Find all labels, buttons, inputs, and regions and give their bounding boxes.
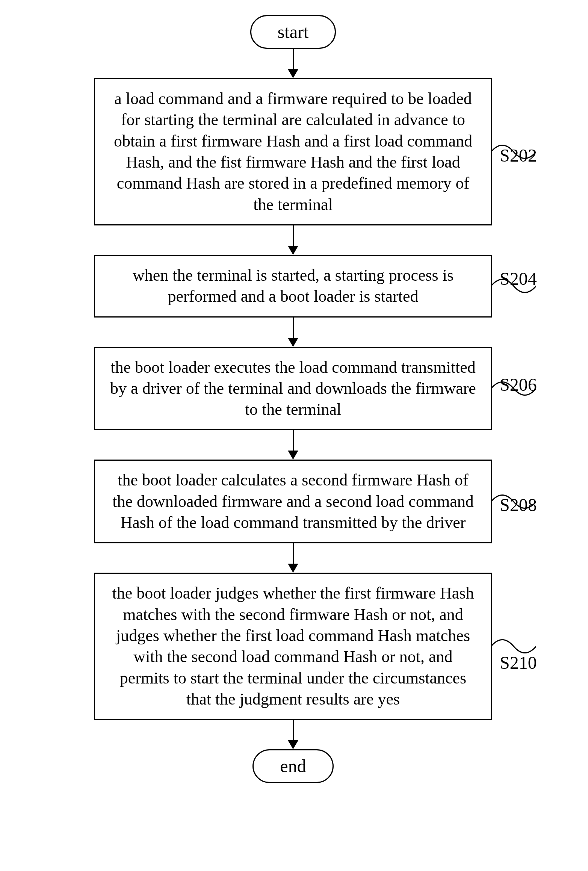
flowchart-container: start a load command and a firmware requ… [49, 15, 537, 783]
start-terminator: start [250, 15, 336, 49]
step-s210: the boot loader judges whether the first… [94, 573, 492, 720]
step-id-s204: S204 [500, 270, 537, 288]
arrow [288, 720, 298, 749]
step-id-s202: S202 [500, 147, 537, 165]
step-text: when the terminal is started, a starting… [133, 266, 453, 305]
step-id-s206: S206 [500, 376, 537, 394]
step-s204: when the terminal is started, a starting… [94, 255, 492, 318]
step-text: the boot loader judges whether the first… [112, 584, 474, 708]
arrow [288, 318, 298, 347]
end-label: end [280, 756, 306, 776]
arrow [288, 430, 298, 460]
step-text: a load command and a firmware required t… [114, 89, 472, 214]
step-text: the boot loader calculates a second firm… [112, 471, 474, 532]
step-text: the boot loader executes the load comman… [110, 358, 476, 419]
step-s202: a load command and a firmware required t… [94, 78, 492, 225]
start-label: start [278, 22, 309, 42]
arrow [288, 225, 298, 255]
end-terminator: end [252, 749, 333, 783]
step-s206: the boot loader executes the load comman… [94, 347, 492, 431]
arrow [288, 543, 298, 573]
arrow [288, 49, 298, 78]
step-s208: the boot loader calculates a second firm… [94, 460, 492, 543]
step-id-s210: S210 [500, 654, 537, 672]
step-id-s208: S208 [500, 496, 537, 514]
